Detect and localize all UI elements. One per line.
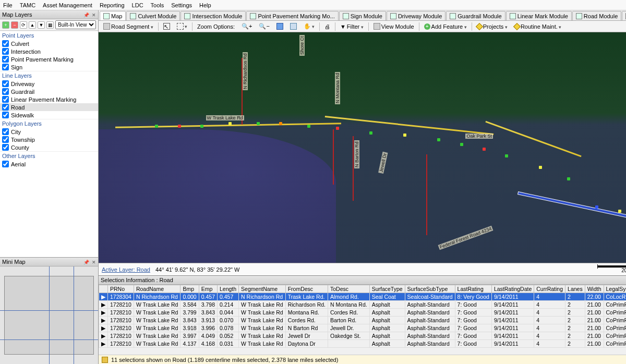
pan-tool-icon[interactable]: ✋ [301,22,317,31]
layer-checkbox[interactable] [2,48,9,55]
layer-checkbox[interactable] [2,104,9,111]
tab-culvert-module[interactable]: Culvert Module [126,11,180,20]
menu-file[interactable]: File [3,2,13,8]
tab-sign-module[interactable]: Sign Module [339,11,386,20]
col-fromdesc[interactable]: FromDesc [285,285,328,293]
add-layer-icon[interactable]: + [2,21,9,29]
layer-row-guardrail[interactable]: Guardrail [0,88,98,95]
zoom-selection-icon[interactable] [287,22,299,31]
tab-map[interactable]: Map [100,11,126,20]
tab-point-pavement-marking-mo-[interactable]: Point Pavement Marking Mo... [246,11,338,20]
zoom-out-icon[interactable]: 🔍− [256,22,272,31]
col-bmp[interactable]: Bmp [180,285,199,293]
table-row[interactable]: ▶1728210W Trask Lake Rd3.7993.8430.044W … [99,309,627,317]
map-canvas[interactable]: W Trask Lake Rd N Richardson Rd N Montan… [99,32,626,263]
menu-tools[interactable]: Tools [151,2,164,8]
row-selector[interactable]: ▶ [99,309,108,317]
layer-checkbox[interactable] [2,128,9,135]
col-lastrating[interactable]: LastRating [455,285,491,293]
remove-layer-icon[interactable]: − [11,21,18,29]
close-icon[interactable]: ✕ [92,260,96,265]
layer-checkbox[interactable] [2,64,9,70]
table-row[interactable]: ▶1728210W Trask Lake Rd3.9974.0490.052W … [99,332,627,340]
pin-icon[interactable]: 📌 [83,260,89,265]
layer-table-icon[interactable]: ▦ [46,21,54,29]
filter-dropdown[interactable]: ▼ Filter [338,22,366,31]
layer-row-aerial[interactable]: Aerial [0,160,98,168]
table-row[interactable]: ▶1728210W Trask Lake Rd3.5843.7980.214W … [99,301,627,309]
col-todesc[interactable]: ToDesc [328,285,370,293]
row-selector[interactable]: ▶ [99,317,108,324]
layer-checkbox[interactable] [2,40,9,47]
col-currrating[interactable]: CurrRating [534,285,565,293]
arrow-tool-icon[interactable]: ↖ [161,22,173,31]
table-row[interactable]: ▶1728210W Trask Lake Rd3.8433.9130.070W … [99,317,627,324]
menu-bar[interactable]: FileTAMCAsset ManagementReportingLDCTool… [0,0,626,10]
menu-asset-management[interactable]: Asset Management [43,2,92,8]
print-icon[interactable]: 🖨 [322,22,333,31]
table-row[interactable]: ▶1728210W Trask Lake Rd3.9183.9960.078W … [99,324,627,332]
col-emp[interactable]: Emp [199,285,217,293]
col-legalsystem[interactable]: LegalSystem [604,285,626,293]
zoom-in-icon[interactable]: 🔍+ [239,22,255,31]
menu-ldc[interactable]: LDC [132,2,143,8]
table-row[interactable]: ▶1728304N Richardson Rd0.0000.4570.457N … [99,293,627,301]
zoom-extent-icon[interactable] [274,22,286,31]
layer-row-point-pavement-marking[interactable]: Point Pavement Marking [0,55,98,63]
view-selector[interactable]: Built-In View [55,20,96,29]
col-surfacetype[interactable]: SurfaceType [369,285,405,293]
layer-row-city[interactable]: City [0,128,98,136]
refresh-layer-icon[interactable]: ⟳ [20,21,27,29]
menu-help[interactable]: Help [199,2,211,8]
layer-checkbox[interactable] [2,88,9,95]
tab-sidewalk[interactable]: Sidewalk [622,11,626,20]
row-selector[interactable]: ▶ [99,332,108,340]
tab-intersection-module[interactable]: Intersection Module [180,11,246,20]
layer-checkbox[interactable] [2,80,9,87]
routine-maint-dropdown[interactable]: Routine Maint. [512,22,564,31]
layer-row-county[interactable]: County [0,143,98,151]
row-selector[interactable]: ▶ [99,340,108,348]
layer-checkbox[interactable] [2,112,9,118]
pin-icon[interactable]: 📌 [83,13,89,18]
select-tool-icon[interactable] [174,22,190,31]
layer-row-road[interactable]: Road [0,103,98,111]
col-segmentname[interactable]: SegmentName [239,285,286,293]
col-roadname[interactable]: RoadName [134,285,180,293]
layer-row-driveway[interactable]: Driveway [0,80,98,88]
layer-row-sign[interactable]: Sign [0,63,98,71]
active-layer-link[interactable]: Active Layer: Road [102,266,150,273]
row-selector[interactable]: ▶ [99,301,108,309]
road-segment-dropdown[interactable]: Road Segment [101,22,156,31]
layer-checkbox[interactable] [2,56,9,63]
layer-row-intersection[interactable]: Intersection [0,47,98,55]
menu-settings[interactable]: Settings [171,2,192,8]
tab-guardrail-module[interactable]: Guardrail Module [446,11,505,20]
minimap-canvas[interactable] [0,266,98,364]
layer-row-township[interactable]: Township [0,136,98,143]
menu-reporting[interactable]: Reporting [100,2,125,8]
add-feature-dropdown[interactable]: +Add Feature [422,22,469,31]
tab-driveway-module[interactable]: Driveway Module [387,11,446,20]
projects-dropdown[interactable]: Projects [474,22,510,31]
row-selector[interactable]: ▶ [99,324,108,332]
layer-down-icon[interactable]: ▼ [38,21,45,29]
layer-checkbox[interactable] [2,144,9,151]
layer-row-sidewalk[interactable]: Sidewalk [0,111,98,119]
layer-checkbox[interactable] [2,161,9,167]
col-prno[interactable]: PRNo [108,285,134,293]
col-length[interactable]: Length [217,285,238,293]
layer-row-culvert[interactable]: Culvert [0,40,98,47]
selection-grid[interactable]: PRNoRoadNameBmpEmpLengthSegmentNameFromD… [99,285,626,355]
col-surfacesubtype[interactable]: SurfaceSubType [405,285,455,293]
col-lanes[interactable]: Lanes [565,285,585,293]
tab-road-module[interactable]: Road Module [572,11,621,20]
col-width[interactable]: Width [585,285,604,293]
table-row[interactable]: ▶1728210W Trask Lake Rd4.1374.1680.031W … [99,340,627,348]
row-selector[interactable]: ▶ [99,293,108,301]
layer-checkbox[interactable] [2,96,9,103]
col-lastratingdate[interactable]: LastRatingDate [491,285,534,293]
layer-checkbox[interactable] [2,136,9,143]
tab-linear-mark-module[interactable]: Linear Mark Module [506,11,572,20]
layer-row-linear-pavement-marking[interactable]: Linear Pavement Marking [0,95,98,103]
